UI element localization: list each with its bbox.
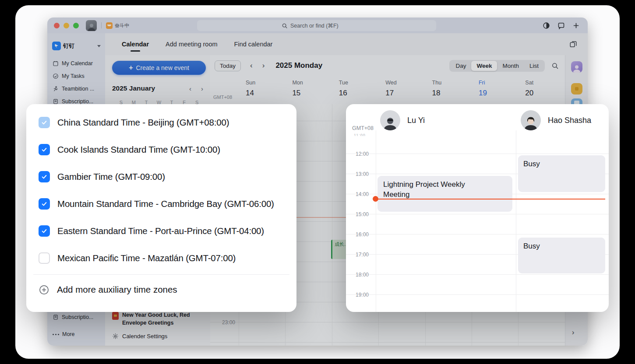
hour-label: 13:00 <box>346 171 369 177</box>
availability-popup: Lu Yi Hao Shasha GMT+08 11:00 12:00 13:0… <box>346 104 609 312</box>
avatar-lu-yi <box>380 110 400 130</box>
hour-label: 17:00 <box>346 252 369 258</box>
attendee-hao-shasha: Hao Shasha <box>521 110 591 130</box>
timezone-option-mountain[interactable]: Mountain Standard Time - Cambridge Bay (… <box>26 190 296 217</box>
hour-label: 14:00 <box>346 191 369 197</box>
circle-plus-icon <box>39 284 49 295</box>
checkbox-checked[interactable] <box>39 225 50 237</box>
hour-label: 16:00 <box>346 231 369 238</box>
current-time-dot <box>373 196 378 202</box>
timezone-option-china[interactable]: China Standard Time - Beijing (GMT+08:00… <box>26 109 296 136</box>
hour-label: 19:00 <box>346 292 369 298</box>
meeting-block-lu-yi[interactable]: Lightning Project Weekly Meeting <box>377 176 512 212</box>
hour-label: 15:00 <box>346 211 369 217</box>
timezone-option-eastern[interactable]: Eastern Standard Time - Port-au-Prince (… <box>26 217 296 245</box>
timezone-option-gambier[interactable]: Gambier Time (GMT-09:00) <box>26 163 296 190</box>
checkbox-checked[interactable] <box>39 171 50 182</box>
checkbox-unchecked[interactable] <box>39 252 50 264</box>
attendee-name: Lu Yi <box>407 116 425 125</box>
hour-label: 12:00 <box>346 151 369 157</box>
busy-block-hao-2[interactable]: Busy <box>518 238 605 273</box>
add-more-timezones-button[interactable]: Add more auxiliary time zones <box>26 276 296 304</box>
column-divider <box>516 130 516 312</box>
avatar-hao-shasha <box>521 110 541 130</box>
timezone-popup: China Standard Time - Beijing (GMT+08:00… <box>26 104 296 312</box>
current-time-line <box>376 199 605 200</box>
checkbox-checked[interactable] <box>39 198 50 210</box>
attendee-name: Hao Shasha <box>548 116 591 125</box>
gutter-line <box>376 130 376 312</box>
attendee-lu-yi: Lu Yi <box>380 110 425 130</box>
checkbox-checked[interactable] <box>39 144 50 155</box>
busy-block-hao-1[interactable]: Busy <box>518 155 605 192</box>
popup-divider <box>33 274 289 275</box>
checkbox-checked-disabled[interactable] <box>39 117 50 128</box>
hour-label: 18:00 <box>346 272 369 278</box>
timezone-option-mexican-pacific[interactable]: Mexican Pacific Time - Mazatlán (GMT-07:… <box>26 245 296 272</box>
timezone-option-cook-islands[interactable]: Cook Islands Standard Time (GMT-10:00) <box>26 136 296 163</box>
popup-timezone-label: GMT+08 <box>352 125 374 131</box>
